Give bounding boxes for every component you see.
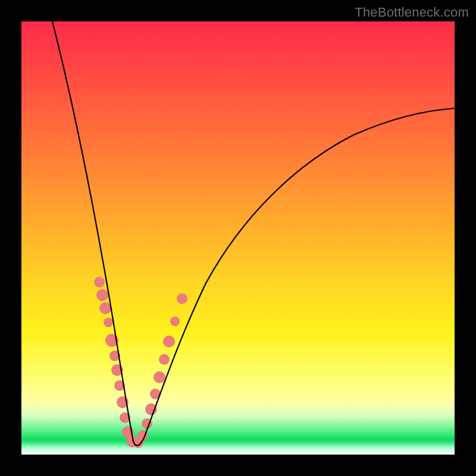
svg-point-21 xyxy=(177,293,187,304)
plot-area xyxy=(21,21,455,455)
chart-svg xyxy=(21,21,455,455)
watermark-text: TheBottleneck.com xyxy=(355,5,469,20)
svg-point-18 xyxy=(159,354,170,365)
svg-point-19 xyxy=(163,336,175,347)
marker-cluster xyxy=(94,277,187,448)
bottleneck-curve xyxy=(52,21,455,446)
svg-point-17 xyxy=(154,371,165,383)
svg-point-20 xyxy=(170,317,180,326)
svg-point-1 xyxy=(96,289,108,301)
svg-point-2 xyxy=(99,302,111,314)
chart-frame: TheBottleneck.com xyxy=(0,0,476,476)
svg-point-0 xyxy=(94,277,105,287)
svg-point-3 xyxy=(104,318,113,327)
